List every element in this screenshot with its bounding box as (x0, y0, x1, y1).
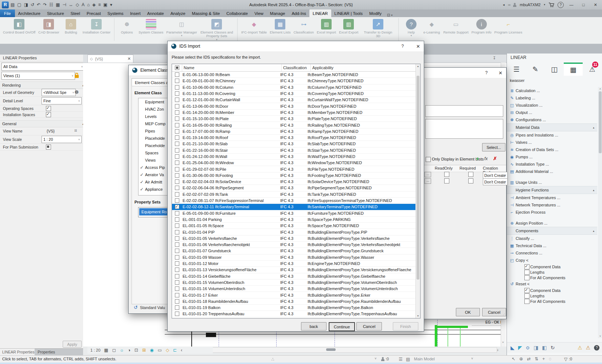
table-row[interactable]: E-01-11-13-00-00 IfcCovering IFC 4.3 Ifc… (172, 91, 420, 97)
table-row[interactable]: E-02-02-06-04-06 IfcPipeSegment IFC 4.3 … (172, 185, 420, 191)
action-checkbox[interactable] (524, 288, 529, 293)
view-control-icon[interactable]: ◇ (166, 348, 169, 353)
section-box-icon[interactable]: ⌗ (74, 128, 77, 134)
row-checkbox[interactable] (175, 223, 179, 228)
ribbon-button[interactable]: ◨ CAD Browser (37, 18, 61, 35)
ribbon-tab[interactable]: LINEAR | Tools (331, 9, 366, 17)
table-row[interactable]: E-01-22-16-00-00 IfcStair IFC 4.3 IfcSta… (172, 147, 420, 154)
panel-action[interactable]: ≣ Calculation ... ▴ (507, 87, 597, 94)
panel-action[interactable]: ◎ Pipes and Insulations ... ▴ (507, 131, 597, 139)
scroll-down-icon[interactable]: ˅ (502, 341, 504, 344)
table-row[interactable]: EL-010-01-05 Verkehrsflaeche IFC 4.3 Ifc… (172, 236, 420, 242)
worksets-icon[interactable]: ☰ (399, 357, 403, 362)
scroll-right-icon[interactable]: › (497, 348, 499, 352)
ribbon-button[interactable]: ◫ Parameter Manager ▾ (165, 18, 198, 37)
row-checkbox[interactable] (175, 161, 179, 165)
ribbon-tab[interactable]: Steel (67, 9, 83, 17)
ribbon-tab[interactable]: Precast (83, 9, 104, 17)
tab-file[interactable]: File (0, 9, 15, 17)
table-row[interactable]: EL-010-01-12 Motor IFC 4.3 IfcEngineType… (172, 261, 420, 267)
horizontal-scrollbar[interactable] (207, 347, 497, 353)
qat-icon[interactable]: ≡ (98, 2, 101, 7)
ribbon-button[interactable]: ⊶ Classification (292, 18, 315, 35)
table-row[interactable]: E-01-09-01-00-00 IfcChimney IFC 4.3 IfcC… (172, 78, 420, 84)
panel-action[interactable]: ⊸ Connections ... ▴ (507, 249, 597, 257)
table-row[interactable]: E-01-10-06-00-00 IfcColumn IFC 4.3 IfcCo… (172, 84, 420, 91)
action-checkbox[interactable] (524, 275, 529, 280)
views-combo[interactable]: Views (1)˅ (1, 72, 75, 80)
view-control-icon[interactable]: ◑ (128, 348, 130, 353)
tool-icon[interactable]: ↻ (551, 345, 555, 351)
text-area[interactable] (425, 119, 503, 139)
lock-icon[interactable] (74, 72, 79, 78)
panel-action[interactable]: ☸ Configurations ... ▴ (507, 116, 597, 123)
table-row[interactable]: EL-001-01-05 IfcSpace IFC 4.3 IfcSpaceTy… (172, 223, 420, 229)
help-icon[interactable]: ? (558, 2, 564, 8)
close-button[interactable]: ✕ (591, 3, 600, 7)
scrollbar-thumb[interactable] (417, 76, 419, 280)
ribbon-tab[interactable]: Structure (44, 9, 67, 17)
detail-level-combo[interactable]: Fine˅ (42, 97, 82, 104)
help-circle-icon[interactable]: ? (594, 345, 599, 351)
ribbon-tab[interactable]: Modify (366, 9, 385, 17)
dialog-close-icon[interactable]: ✕ (416, 44, 420, 49)
ribbon-tab[interactable]: Manage (267, 9, 289, 17)
maximize-button[interactable]: □ (579, 3, 588, 7)
add-icon[interactable]: + (476, 155, 479, 162)
tool-icon[interactable]: ≎ (526, 345, 530, 351)
row-checkbox[interactable] (175, 242, 179, 247)
ribbon-tab[interactable]: Massing & Site (189, 9, 223, 17)
ribbon-tab[interactable]: Collaborate (223, 9, 251, 17)
tool-icon[interactable]: ◨ (533, 345, 538, 351)
action-checkbox[interactable] (524, 264, 529, 269)
view-control-icon[interactable]: ▭ (158, 348, 162, 353)
row-checkbox[interactable] (175, 116, 179, 121)
tool-icon[interactable]: ◧ (542, 345, 547, 351)
formula-icon[interactable]: fx (484, 156, 488, 161)
table-row[interactable]: EL-010-01-09 Wasser IFC 4.3 IfcBuildingE… (172, 254, 420, 261)
row-checkbox[interactable] (175, 129, 179, 134)
table-row[interactable]: E-02-02-02-04-03 IfcSolarDevice IFC 4.3 … (172, 179, 420, 185)
ribbon-tab[interactable]: Annotate (144, 9, 167, 17)
panel-action[interactable]: For All Components ▴ (507, 298, 597, 304)
dialog-help-icon[interactable]: ? (485, 70, 488, 75)
table-row[interactable]: EL-010-01-19 Balkon IFC 4.3 IfcBuildingE… (172, 305, 420, 311)
view-control-icon[interactable]: ⊞ (142, 348, 146, 353)
table-row[interactable]: EL-010-01-17 Erker IFC 4.3 IfcBuildingEl… (172, 292, 420, 298)
panel-action[interactable]: Components ▴ (507, 227, 597, 235)
qat-icon[interactable]: ▾ (110, 2, 112, 7)
ribbon-button[interactable]: ▥ Excel Import (315, 18, 337, 35)
ribbon-button[interactable]: ▭ Remote Support (442, 18, 470, 35)
ribbon-button[interactable]: ☸ Options (117, 18, 137, 35)
ribbon-tab[interactable]: Add-Ins (288, 9, 309, 17)
qat-icon[interactable]: ◨ (24, 2, 28, 7)
delete-icon[interactable]: ✗ (493, 156, 497, 161)
design-options-icon[interactable]: ▤ (406, 357, 410, 362)
ribbon-tab[interactable]: Analyze (167, 9, 189, 17)
panel-action[interactable]: ◫ Visualization ... ▴ (507, 102, 597, 109)
panel-action[interactable]: ⊕ Assign Position ... ▴ (507, 219, 597, 227)
row-checkbox[interactable] (175, 255, 179, 260)
row-checkbox[interactable] (175, 217, 179, 222)
ribbon-button[interactable]: System Classes (137, 18, 165, 35)
operating-spaces-checkbox[interactable] (46, 106, 51, 111)
readonly-checkbox[interactable] (444, 178, 449, 183)
table-row[interactable]: E-01-21-10-00-00 IfcSlab IFC 4.3 IfcSlab… (172, 141, 420, 147)
table-row[interactable]: EL-010-01-21 TreppenhausVorbau IFC 4.3 I… (172, 317, 420, 318)
panel-action[interactable]: ∿ Installation Type ... ▴ (507, 161, 597, 168)
row-checkbox[interactable] (175, 286, 179, 291)
dropdown-icon[interactable]: ˅ (375, 357, 376, 360)
selection-toggle-icon[interactable]: ⊕ (519, 356, 523, 361)
panel-action[interactable]: ◉ Pumps ... ▴ (507, 153, 597, 161)
collapse-icon[interactable]: ▴ (593, 126, 594, 129)
ribbon-button[interactable]: ⌐ Program Licenses (493, 18, 524, 35)
action-checkbox[interactable] (524, 293, 529, 298)
panel-action[interactable]: Component Data ▴ (507, 264, 597, 269)
panel-tab-icon[interactable]: ◫ (545, 63, 564, 76)
table-row[interactable]: E-01-13-06-00-00 IfcDoor IFC 4.3 IfcDoor… (172, 103, 420, 109)
panel-action[interactable]: ↺ Reset < ▴ (507, 280, 597, 288)
only-display-checkbox[interactable] (426, 157, 431, 162)
filter-icon[interactable]: ▽ (564, 357, 567, 362)
view-control-icon[interactable]: ⊏ (173, 348, 177, 353)
view-control-icon[interactable]: ‹ (181, 348, 182, 353)
